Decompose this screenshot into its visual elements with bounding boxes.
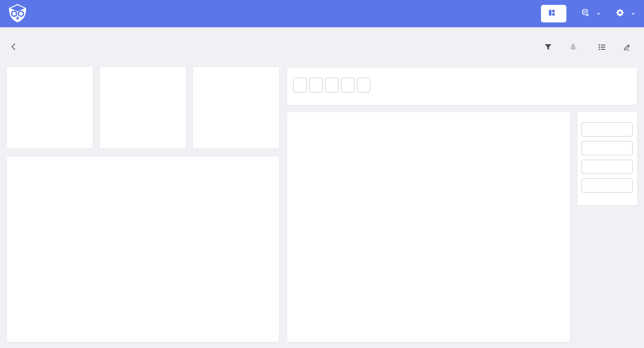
filter-icon: [544, 43, 552, 51]
metric-button-total-cost[interactable]: [309, 78, 322, 92]
date-range-year-button[interactable]: [582, 178, 633, 193]
date-range-panel: [578, 112, 637, 205]
metric-button-total-revenue[interactable]: [357, 78, 370, 92]
kpi-card-total-profit: [193, 67, 279, 149]
bar-chart-panel: [287, 112, 570, 342]
dashboard-grid-icon: [548, 9, 556, 19]
chevron-down-icon: [630, 11, 636, 16]
pencil-icon: [623, 43, 631, 51]
rocket-icon: [569, 43, 577, 51]
boost-toggle[interactable]: [569, 43, 584, 51]
stacked-bar-chart: [287, 112, 570, 342]
top-nav: [0, 0, 644, 27]
kpi-card-total-cost: [100, 67, 186, 149]
page-header: [0, 27, 644, 67]
nav-settings[interactable]: [616, 9, 636, 19]
pie-chart-panel: [7, 156, 279, 342]
date-range-monthly-button[interactable]: [582, 122, 633, 137]
edit-button[interactable]: [623, 43, 635, 51]
brand[interactable]: [8, 4, 32, 24]
metric-button-total-profit[interactable]: [341, 78, 354, 92]
nav-data-warehouse[interactable]: [581, 9, 601, 19]
owl-logo-icon: [8, 4, 27, 24]
metric-button-group: [293, 78, 631, 92]
pie-leader-lines: [7, 156, 279, 342]
back-button[interactable]: [9, 41, 18, 53]
options-button[interactable]: [598, 43, 610, 51]
kpi-card-total-orders: [7, 67, 93, 149]
add-filter-button[interactable]: [544, 43, 556, 51]
database-icon: [581, 9, 590, 19]
nav-dashboards-button[interactable]: [541, 5, 566, 23]
date-range-week-date-button[interactable]: [582, 141, 633, 155]
metric-button-avg-cost-per-order[interactable]: [293, 78, 306, 92]
options-list-icon: [598, 43, 606, 51]
gear-icon: [616, 9, 624, 19]
chevron-down-icon: [596, 11, 601, 16]
metric-control-panel: [287, 68, 637, 105]
date-range-weekly-button[interactable]: [582, 160, 633, 174]
metric-button-total-order[interactable]: [325, 78, 338, 92]
